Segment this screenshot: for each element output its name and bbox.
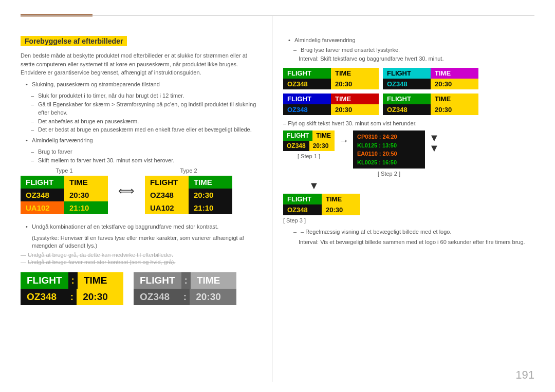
bottom-dark-hdr-right: TIME (78, 272, 123, 289)
bottom-board-dark: FLIGHT : TIME OZ348 : 20:30 (21, 272, 123, 305)
page-number: 191 (515, 368, 534, 382)
dash-1d: Det er bedst at bruge en pauseskærm med … (31, 125, 262, 134)
rb2-hdr-l: FLIGHT (383, 68, 431, 79)
bottom-dark-data-right: 20:30 (77, 289, 123, 305)
type2-label: Type 2 (145, 167, 232, 174)
rb1-data-r: 20:30 (331, 79, 379, 89)
step1-arrow: → (339, 135, 349, 146)
rb1-hdr-l: FLIGHT (283, 68, 331, 79)
type1-row1-right: 20:30 (64, 189, 108, 201)
rb4-data-r: 20:30 (431, 104, 478, 115)
avoid-sub: (Lysstyrke: Henviser til en farves lyse … (21, 234, 262, 250)
type1-label: Type 1 (21, 167, 108, 174)
avoid-text: Undgå kombinationer af en tekstfarve og … (26, 222, 262, 231)
rb3-data-l: OZ348 (283, 104, 331, 115)
rb1-hdr-r: TIME (331, 68, 379, 79)
type1-row1-left: OZ348 (21, 189, 64, 201)
swap-arrow: ⟺ (118, 184, 135, 198)
right-board-3: FLIGHT TIME OZ348 20:30 (283, 94, 379, 115)
bottom-gray-hdr-right: TIME (191, 272, 236, 289)
bottom-dark-hdr-colon: : (68, 272, 78, 289)
step1-container: FLIGHT TIME OZ348 20:30 [ Step 1 ] (283, 130, 335, 159)
s2-line1: CP0310 : 24:20 (357, 133, 421, 141)
type1-section: Type 1 FLIGHT TIME OZ348 20:30 UA102 21:… (21, 167, 108, 214)
rb3-data-r: 20:30 (331, 104, 379, 115)
rb1-data-l: OZ348 (283, 79, 331, 89)
step1-board: FLIGHT TIME OZ348 20:30 (283, 130, 335, 151)
left-column: Forebyggelse af efterbilleder Den bedste… (21, 15, 272, 382)
step2-container: CP0310 : 24:20 KL0125 : 13:50 EA0110 : 2… (353, 130, 425, 177)
s1-hdr-l: FLIGHT (283, 130, 312, 141)
type1-row2-left: UA102 (21, 201, 64, 214)
step2-label: [ Step 2 ] (378, 171, 400, 177)
bullet-2: Almindelig farveændring (26, 136, 262, 145)
type1-board: FLIGHT TIME OZ348 20:30 UA102 21:10 (21, 176, 108, 214)
dash-2a: Brug to farver (31, 147, 262, 156)
s3-data-r: 20:30 (322, 204, 360, 215)
s1-data-l: OZ348 (283, 141, 309, 151)
down-arrows: ▼ ▼ (429, 133, 439, 153)
right-board-4: FLIGHT TIME OZ348 20:30 (383, 94, 478, 115)
bullet-1: Slukning, pauseskærm og strømbeparende t… (26, 80, 262, 89)
final-bullet: – Regelmæssig visning af et bevægeligt b… (293, 228, 534, 236)
strikethrough-2: Undgå at bruge farver med stor kontrast … (21, 259, 262, 265)
s3-hdr-r: TIME (322, 194, 360, 204)
rb3-hdr-l: FLIGHT (283, 94, 331, 104)
interval-text: Interval: Skift tekstfarve og baggrundfa… (283, 55, 534, 63)
rb4-hdr-r: TIME (431, 94, 478, 104)
rb2-hdr-r: TIME (431, 68, 478, 79)
s3-hdr-l: FLIGHT (283, 194, 322, 204)
bottom-dark-data-colon: : (67, 289, 77, 305)
step3-board: FLIGHT TIME OZ348 20:30 (283, 194, 360, 215)
type2-row1-left: OZ348 (145, 189, 189, 201)
rb2-data-r: 20:30 (431, 79, 478, 89)
right-dash: Brug lyse farver med ensartet lysstyrke. (293, 46, 534, 54)
strikethrough-1: Undgå at bruge grå, da dette kan medvirk… (21, 252, 262, 258)
type2-row1-right: 20:30 (189, 189, 232, 201)
step3-container: FLIGHT TIME OZ348 20:30 [ Step 3 ] (283, 194, 534, 223)
type2-header-left: FLIGHT (145, 176, 189, 189)
dash-1c: Det anbefales at bruge en pauseskærm. (31, 117, 262, 126)
intro-text: Den bedste måde at beskytte produktet mo… (21, 51, 262, 77)
type2-row2-right: 21:10 (189, 201, 232, 214)
bottom-gray-data-right: 20:30 (190, 289, 236, 305)
section-heading: Forebyggelse af efterbilleder (21, 36, 127, 46)
s2-line2: KL0125 : 13:50 (357, 141, 421, 150)
right-column: Almindelig farveændring Brug lyse farver… (272, 15, 534, 382)
dash-1a: Sluk for produktet i to timer, når du ha… (31, 91, 262, 100)
bottom-gray-data-left: OZ348 (134, 289, 180, 305)
bottom-dark-hdr-left: FLIGHT (21, 272, 68, 289)
s2-line3: EA0110 : 20:50 (357, 150, 421, 158)
type1-row2-right: 21:10 (64, 201, 108, 214)
dash-2b: Skift mellem to farver hvert 30. minut s… (31, 156, 262, 165)
bottom-gray-hdr-colon: : (181, 272, 191, 289)
type2-row2-left: UA102 (145, 201, 189, 214)
right-bullet: Almindelig farveændring (288, 36, 534, 45)
type2-board: FLIGHT TIME OZ348 20:30 UA102 21:10 (145, 176, 232, 214)
step3-label: [ Step 3 ] (283, 217, 306, 223)
top-line (21, 15, 534, 16)
rb4-data-l: OZ348 (383, 104, 431, 115)
bottom-gray-hdr-left: FLIGHT (134, 272, 181, 289)
s3-data-l: OZ348 (283, 204, 322, 215)
dash-1b: Gå til Egenskaber for skærm > Strømforsy… (31, 100, 262, 117)
type1-header-right: TIME (64, 176, 108, 189)
type2-section: Type 2 FLIGHT TIME OZ348 20:30 UA102 21:… (145, 167, 232, 214)
rb2-data-l: OZ348 (383, 79, 431, 89)
rb3-hdr-r: TIME (331, 94, 379, 104)
bottom-board-gray: FLIGHT : TIME OZ348 : 20:30 (134, 272, 236, 305)
step1-label: [ Step 1 ] (298, 153, 320, 159)
type1-header-left: FLIGHT (21, 176, 64, 189)
final-text: Interval: Vis et bevægeligt billede samm… (283, 238, 534, 246)
step2-to-step3-arrow: ▼ (283, 180, 345, 192)
step2-board: CP0310 : 24:20 KL0125 : 13:50 EA0110 : 2… (353, 130, 425, 169)
type2-header-right: TIME (189, 176, 232, 189)
rb4-hdr-l: FLIGHT (383, 94, 431, 104)
s1-hdr-r: TIME (312, 130, 335, 141)
scroll-text: – Flyt og skift tekst hvert 30. minut so… (283, 120, 534, 126)
s2-line4: KL0025 : 16:50 (357, 158, 421, 167)
right-board-2: FLIGHT TIME OZ348 20:30 (383, 68, 478, 89)
bottom-dark-data-left: OZ348 (21, 289, 67, 305)
s1-data-r: 20:30 (309, 141, 335, 151)
bottom-gray-data-colon: : (180, 289, 190, 305)
